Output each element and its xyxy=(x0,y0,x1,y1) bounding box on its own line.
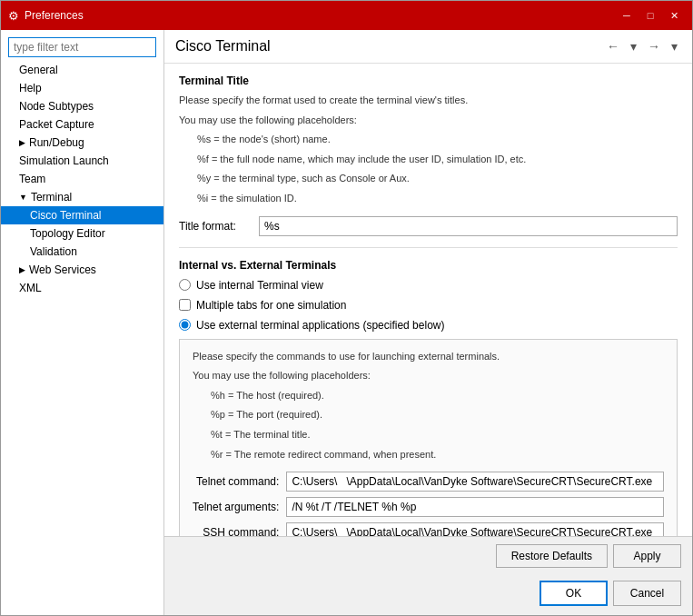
placeholder-y: %y = the terminal type, such as Console … xyxy=(179,171,678,187)
terminal-title-section: Terminal Title Please specify the format… xyxy=(179,75,678,236)
ext-desc1: Please specify the commands to use for l… xyxy=(193,349,664,365)
radio-external-text: Use external terminal applications (spec… xyxy=(196,319,444,332)
placeholder-s: %s = the node's (short) name. xyxy=(179,132,678,148)
filter-input[interactable] xyxy=(8,37,156,57)
sidebar-item-general[interactable]: General xyxy=(1,61,163,79)
nav-dropdown-button[interactable]: ▾ xyxy=(627,37,640,55)
cisco-terminal-label: Cisco Terminal xyxy=(30,209,101,222)
divider1 xyxy=(179,247,678,248)
desc-line2: You may use the following placeholders: xyxy=(179,113,678,129)
page-title: Cisco Terminal xyxy=(175,38,271,55)
ext-desc2: You may use the following placeholders: xyxy=(193,368,664,384)
ssh-command-label: SSH command: xyxy=(193,526,279,536)
sidebar-item-team[interactable]: Team xyxy=(1,170,163,188)
window-title: Preferences xyxy=(25,9,84,22)
content-area: General Help Node Subtypes Packet Captur… xyxy=(1,30,692,615)
maximize-button[interactable]: □ xyxy=(639,6,661,25)
sidebar-item-help[interactable]: Help xyxy=(1,79,163,97)
apply-button[interactable]: Apply xyxy=(613,544,681,568)
internal-external-section: Internal vs. External Terminals Use inte… xyxy=(179,259,678,536)
terminal-label: Terminal xyxy=(31,191,72,204)
sidebar-item-topology-editor[interactable]: Topology Editor xyxy=(1,224,163,243)
preferences-window: ⚙ Preferences ─ □ ✕ General Help Node Su… xyxy=(0,0,693,616)
restore-defaults-button[interactable]: Restore Defaults xyxy=(496,544,608,568)
sidebar-item-simulation-launch[interactable]: Simulation Launch xyxy=(1,152,163,170)
radio-internal[interactable] xyxy=(179,279,191,291)
bottom-bar: Restore Defaults Apply xyxy=(164,536,692,575)
terminal-title-heading: Terminal Title xyxy=(179,75,678,87)
int-ext-heading: Internal vs. External Terminals xyxy=(179,259,678,272)
terminal-chevron: ▼ xyxy=(19,193,27,202)
nav-back-button[interactable]: ← xyxy=(603,37,623,55)
multiple-tabs-label: Multiple tabs for one simulation xyxy=(196,299,346,312)
cancel-button[interactable]: Cancel xyxy=(613,581,681,606)
title-format-label: Title format: xyxy=(179,220,252,233)
radio-external-label[interactable]: Use external terminal applications (spec… xyxy=(179,319,678,332)
ext-ph-r: %r = The remote redirect command, when p… xyxy=(193,447,664,463)
web-services-label: Web Services xyxy=(29,263,96,276)
title-bar: ⚙ Preferences ─ □ ✕ xyxy=(1,1,692,30)
placeholder-i: %i = the simulation ID. xyxy=(179,191,678,207)
close-button[interactable]: ✕ xyxy=(663,6,685,25)
placeholder-f: %f = the full node name, which may inclu… xyxy=(179,152,678,168)
bottom-right-buttons: Restore Defaults Apply xyxy=(496,544,681,568)
main-header: Cisco Terminal ← ▾ → ▾ xyxy=(164,30,692,64)
ok-button[interactable]: OK xyxy=(540,581,608,606)
terminal-type-radio-group: Use internal Terminal view xyxy=(179,279,678,292)
ext-ph-h: %h = The host (required). xyxy=(193,388,664,404)
sidebar-item-xml[interactable]: XML xyxy=(1,279,163,297)
command-grid: Telnet command: Telnet arguments: SSH co… xyxy=(193,472,664,536)
ssh-command-input[interactable] xyxy=(286,522,664,536)
radio-internal-label[interactable]: Use internal Terminal view xyxy=(179,279,678,292)
main-panel: Cisco Terminal ← ▾ → ▾ Terminal Title Pl… xyxy=(164,30,692,615)
run-debug-chevron: ▶ xyxy=(19,138,25,147)
external-terminal-box: Please specify the commands to use for l… xyxy=(179,339,678,536)
sidebar-item-cisco-terminal[interactable]: Cisco Terminal xyxy=(1,206,163,224)
ext-ph-p: %p = The port (required). xyxy=(193,407,664,423)
topology-editor-label: Topology Editor xyxy=(30,227,105,240)
sidebar-item-web-services[interactable]: ▶ Web Services xyxy=(1,261,163,279)
nav-dropdown2-button[interactable]: ▾ xyxy=(668,37,681,55)
telnet-arguments-label: Telnet arguments: xyxy=(193,501,279,513)
title-format-input[interactable] xyxy=(259,216,678,236)
web-services-chevron: ▶ xyxy=(19,265,25,274)
xml-label: XML xyxy=(19,282,42,294)
sidebar-item-run-debug[interactable]: ▶ Run/Debug xyxy=(1,134,163,152)
minimize-button[interactable]: ─ xyxy=(616,6,638,25)
run-debug-label: Run/Debug xyxy=(29,136,84,149)
radio-internal-text: Use internal Terminal view xyxy=(196,279,323,292)
radio-external[interactable] xyxy=(179,319,191,331)
general-label: General xyxy=(19,64,58,76)
sidebar-item-terminal[interactable]: ▼ Terminal xyxy=(1,188,163,206)
multiple-tabs-checkbox-row: Multiple tabs for one simulation xyxy=(179,299,678,312)
app-icon: ⚙ xyxy=(8,9,19,23)
node-subtypes-label: Node Subtypes xyxy=(19,100,94,113)
simulation-launch-label: Simulation Launch xyxy=(19,154,109,167)
nav-forward-button[interactable]: → xyxy=(644,37,664,55)
sidebar-item-packet-capture[interactable]: Packet Capture xyxy=(1,115,163,134)
desc-line1: Please specify the format used to create… xyxy=(179,93,678,109)
sidebar-item-validation[interactable]: Validation xyxy=(1,243,163,261)
main-content: Terminal Title Please specify the format… xyxy=(164,64,692,536)
help-label: Help xyxy=(19,82,42,94)
telnet-command-input[interactable] xyxy=(286,472,664,492)
telnet-command-label: Telnet command: xyxy=(193,475,279,488)
sidebar-item-node-subtypes[interactable]: Node Subtypes xyxy=(1,97,163,115)
validation-label: Validation xyxy=(30,245,77,258)
multiple-tabs-checkbox[interactable] xyxy=(179,299,191,311)
telnet-arguments-input[interactable] xyxy=(286,497,664,517)
team-label: Team xyxy=(19,173,45,185)
ext-ph-t: %t = The terminal title. xyxy=(193,427,664,443)
packet-capture-label: Packet Capture xyxy=(19,118,94,131)
nav-arrows: ← ▾ → ▾ xyxy=(603,37,681,55)
ok-cancel-row: OK Cancel xyxy=(164,575,692,615)
title-format-row: Title format: xyxy=(179,216,678,236)
sidebar: General Help Node Subtypes Packet Captur… xyxy=(1,30,164,615)
